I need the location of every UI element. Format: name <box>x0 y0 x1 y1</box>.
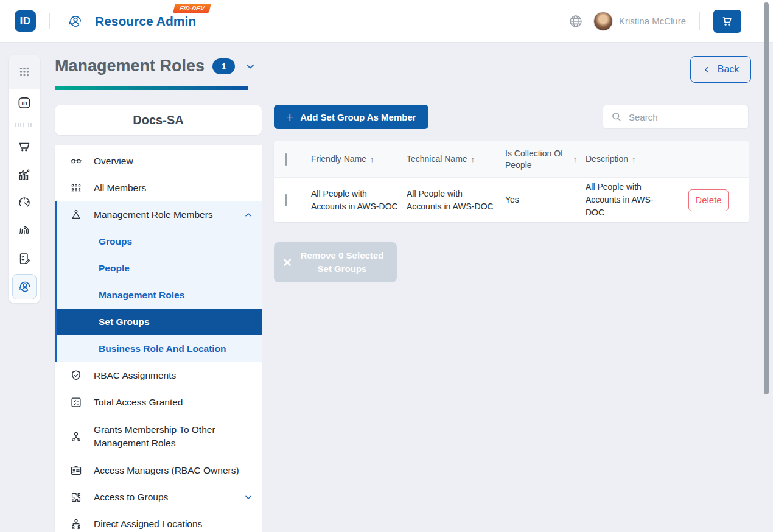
cell-is-collection-of-people: Yes <box>505 194 586 206</box>
column-header-friendly-name[interactable]: Friendly Name ↑ <box>311 153 407 166</box>
sidebar-item-label: Total Access Granted <box>94 396 253 409</box>
app-logo[interactable]: ID <box>15 10 36 32</box>
sidebar-item-access-managers[interactable]: Access Managers (RBAC Owners) <box>55 457 262 484</box>
shield-check-icon <box>69 369 83 382</box>
remove-selected-button[interactable]: ✕ Remove 0 Selected Set Groups <box>274 242 397 282</box>
scrollbar-thumb[interactable] <box>764 2 769 394</box>
divider-stripes-icon <box>9 117 40 133</box>
gauge-icon[interactable] <box>9 189 40 217</box>
topbar: ID Resource Admin EID-DEV Kristina McClu… <box>0 0 773 43</box>
management-role-members-section: Management Role Members Groups People Ma… <box>55 201 262 362</box>
audit-document-icon[interactable] <box>9 245 40 273</box>
sidebar-item-label: Access Managers (RBAC Owners) <box>94 464 253 477</box>
search-icon <box>610 111 623 123</box>
search-box <box>603 105 749 129</box>
sort-asc-icon[interactable]: ↑ <box>632 153 636 166</box>
role-name-card: Docs-SA <box>55 105 262 135</box>
role-name: Docs-SA <box>133 113 183 127</box>
resource-admin-icon <box>67 13 83 29</box>
sidebar-subitem-set-groups[interactable]: Set Groups <box>57 309 262 335</box>
cell-friendly-name: All People with Accounts in AWS-DOC <box>311 187 407 213</box>
environment-badge: EID-DEV <box>173 4 211 13</box>
chevron-left-icon <box>702 65 712 74</box>
sidebar-subitem-people[interactable]: People <box>57 255 262 282</box>
sidebar-item-rbac-assignments[interactable]: RBAC Assignments <box>55 362 262 389</box>
title-underline-gradient <box>55 86 248 90</box>
search-input[interactable] <box>629 112 741 122</box>
sort-asc-icon[interactable]: ↑ <box>370 153 374 166</box>
sidebar-item-label: RBAC Assignments <box>94 369 253 382</box>
header-divider <box>248 89 751 89</box>
back-button[interactable]: Back <box>690 56 751 83</box>
logo-text: ID <box>20 15 31 27</box>
back-label: Back <box>718 64 740 75</box>
add-set-group-label: Add Set Group As Member <box>300 112 416 122</box>
app-title-wrap: Resource Admin EID-DEV <box>95 14 196 29</box>
sidebar-item-label: All Members <box>94 181 253 195</box>
puzzle-icon <box>69 491 83 504</box>
sidebar-subitem-management-roles[interactable]: Management Roles <box>57 282 262 309</box>
person-network-icon <box>69 430 83 443</box>
sidebar-item-grants-membership[interactable]: Grants Membership To Other Management Ro… <box>55 416 262 457</box>
sidebar-item-direct-assigned-locations[interactable]: Direct Assigned Locations <box>55 511 262 532</box>
cart-button[interactable] <box>713 10 741 33</box>
crowd-icon <box>69 181 83 195</box>
divider <box>49 13 50 29</box>
id-card-icon <box>69 464 83 477</box>
select-all-checkbox[interactable] <box>285 153 287 166</box>
delete-button[interactable]: Delete <box>688 189 729 211</box>
user-avatar[interactable] <box>593 12 613 31</box>
cart-icon <box>721 15 733 27</box>
remove-selected-label: Remove 0 Selected Set Groups <box>296 249 388 276</box>
set-groups-table: Friendly Name ↑ Technical Name ↑ Is Coll… <box>274 141 749 222</box>
user-name[interactable]: Kristina McClure <box>619 16 686 26</box>
triangle-network-icon <box>69 208 83 222</box>
sort-asc-icon[interactable]: ↑ <box>573 154 578 165</box>
sidebar-item-label: Access to Groups <box>94 491 233 504</box>
row-checkbox[interactable] <box>285 194 287 206</box>
sidebar-item-label: Grants Membership To Other Management Ro… <box>94 423 253 450</box>
id-logo-icon[interactable]: ID <box>9 89 40 117</box>
sort-asc-icon[interactable]: ↑ <box>471 153 475 166</box>
cart-icon[interactable] <box>9 133 40 161</box>
add-set-group-button[interactable]: + Add Set Group As Member <box>274 105 428 129</box>
sidebar-item-label: Direct Assigned Locations <box>94 517 253 531</box>
people-network-icon <box>69 517 83 531</box>
plus-icon: + <box>286 111 293 124</box>
checklist-icon <box>69 396 83 409</box>
app-title: Resource Admin <box>95 14 196 29</box>
sidebar-item-access-to-groups[interactable]: Access to Groups <box>55 484 262 511</box>
column-header-technical-name[interactable]: Technical Name ↑ <box>407 153 505 166</box>
count-badge: 1 <box>212 58 235 74</box>
table-header: Friendly Name ↑ Technical Name ↑ Is Coll… <box>274 141 749 178</box>
sidebar-item-label: Overview <box>94 155 253 168</box>
analytics-icon[interactable] <box>9 161 40 189</box>
cell-technical-name: All People with Accounts in AWS-DOC <box>407 187 505 213</box>
chevron-up-icon[interactable] <box>243 210 253 220</box>
table-row: All People with Accounts in AWS-DOC All … <box>274 178 749 222</box>
chevron-down-icon[interactable] <box>244 60 256 72</box>
cell-description: All People with Accounts in AWS-DOC <box>586 181 676 219</box>
column-header-description[interactable]: Description ↑ <box>586 153 676 166</box>
sidebar-item-all-members[interactable]: All Members <box>55 175 262 201</box>
sidebar-item-management-role-members[interactable]: Management Role Members <box>57 201 262 228</box>
apps-grid-icon[interactable] <box>9 55 40 89</box>
icon-rail: ID <box>9 55 40 303</box>
sidebar-item-label: Management Role Members <box>94 208 233 222</box>
column-header-is-collection-of-people[interactable]: Is Collection Of People ↑ <box>505 148 586 171</box>
sidebar-subitem-groups[interactable]: Groups <box>57 228 262 255</box>
page-title: Management Roles <box>55 57 205 75</box>
close-icon: ✕ <box>282 256 292 270</box>
page-header: Management Roles 1 <box>55 57 256 75</box>
fingerprint-icon[interactable] <box>9 217 40 245</box>
sidebar-subitem-business-role-and-location[interactable]: Business Role And Location <box>57 335 262 362</box>
svg-text:ID: ID <box>21 100 27 107</box>
chevron-down-icon[interactable] <box>243 492 253 502</box>
sidebar-menu: Overview All Members Management Role Mem… <box>55 145 262 532</box>
divider <box>699 12 700 30</box>
globe-icon[interactable] <box>568 13 584 29</box>
resource-admin-icon[interactable] <box>12 274 37 299</box>
sidebar-item-total-access-granted[interactable]: Total Access Granted <box>55 389 262 416</box>
sidebar-item-overview[interactable]: Overview <box>55 148 262 175</box>
glasses-icon <box>69 155 83 168</box>
